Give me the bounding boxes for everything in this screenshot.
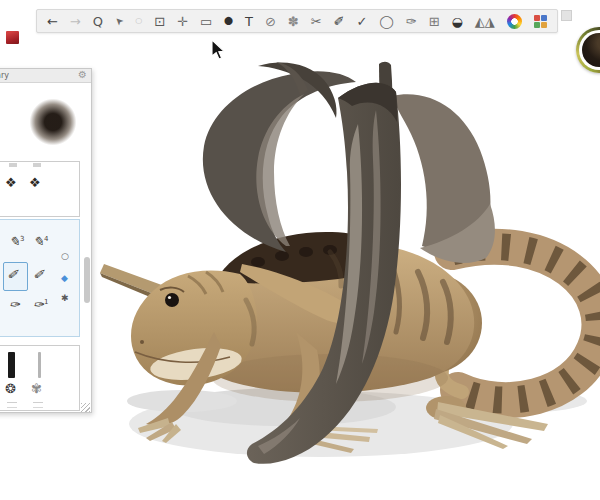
paint-brush-1[interactable]: ✑ [9, 298, 20, 311]
panel-resize-grip[interactable] [81, 403, 90, 412]
panel-header[interactable]: Library ⚙ [0, 69, 91, 83]
pencil-3-brush[interactable]: ✎3 [9, 235, 24, 248]
texture-flower-icon[interactable]: ✾ [31, 382, 42, 395]
transform-move-icon[interactable]: ✛ [177, 15, 188, 28]
dot-icon[interactable]: ○ [135, 17, 142, 25]
brush-stamp-icon[interactable]: ❖ [5, 176, 17, 189]
shapes-icon[interactable]: ⊞ [429, 15, 440, 28]
panel-title: Library [0, 71, 9, 80]
redo-icon[interactable]: → [70, 15, 81, 28]
brush-group-2-selected: ✎3 ✎4 ✐ ✐ ✑ ✑1 ○ ◆ ✱ [0, 219, 80, 337]
pattern-flower-icon[interactable]: ✽ [288, 15, 299, 28]
ellipse-icon[interactable]: ◯ [379, 15, 394, 28]
texture-gear-icon[interactable]: ❂ [5, 382, 16, 395]
brush-group-1: ❖ ❖ [0, 161, 80, 217]
mini-diamond-icon[interactable]: ◆ [61, 274, 68, 283]
marquee-rect-icon[interactable]: ▭ [200, 15, 212, 28]
pencil-4-brush[interactable]: ✎4 [33, 235, 48, 248]
faint-label-mark [7, 402, 17, 408]
crop-icon[interactable]: ⊡ [154, 15, 165, 28]
undo-icon[interactable]: ← [47, 15, 58, 28]
text-icon[interactable]: T [245, 15, 253, 28]
panel-scrollbar-thumb[interactable] [84, 257, 90, 303]
clipped-brush-icon [9, 163, 17, 167]
brush-library-panel: Library ⚙ ❖ ❖ ✎3 ✎4 ✐ ✐ ✑ ✑1 ○ ◆ ✱ [0, 68, 92, 413]
cut-icon[interactable]: ✂ [311, 15, 322, 28]
mini-gear-icon[interactable]: ✱ [61, 294, 69, 303]
app-window: ←→Q➤○⊡✛▭⬤T⊘✽✂✐✓◯✑⊞◒◭◮ Library ⚙ ❖ ❖ ✎3 ✎… [0, 0, 600, 500]
fill-lasso-icon[interactable]: ⬤ [224, 17, 233, 25]
brush-group-3: ❂ ✾ [0, 345, 80, 411]
palette-grid-icon[interactable] [534, 15, 547, 28]
airbrush-2[interactable]: ✐ [33, 268, 44, 281]
brush-icon[interactable]: ✐ [334, 15, 345, 28]
symmetry-triangles-icon[interactable]: ◭◮ [475, 15, 495, 28]
color-wheel-icon[interactable] [507, 14, 522, 29]
paint-brush-2[interactable]: ✑1 [33, 298, 48, 311]
zoom-icon[interactable]: Q [93, 15, 103, 28]
pen-icon[interactable]: ✑ [406, 15, 417, 28]
eraser-icon[interactable]: ⊘ [265, 15, 276, 28]
clipped-brush-icon [33, 163, 41, 167]
red-indicator-square[interactable] [6, 31, 19, 44]
brush-stroke-preview [30, 99, 76, 145]
brush-stamp-icon[interactable]: ❖ [29, 176, 41, 189]
main-toolbar: ←→Q➤○⊡✛▭⬤T⊘✽✂✐✓◯✑⊞◒◭◮ [36, 9, 558, 33]
toolbar-corner-tab[interactable] [561, 10, 572, 21]
thin-stroke-swatch[interactable] [38, 352, 41, 378]
select-cursor-icon[interactable]: ➤ [113, 14, 126, 27]
bucket-fill-icon[interactable]: ◒ [452, 15, 463, 28]
polyline-icon[interactable]: ✓ [356, 15, 367, 28]
mouse-cursor [211, 39, 227, 65]
mini-circle-icon[interactable]: ○ [61, 252, 69, 261]
faint-label-mark [33, 402, 43, 408]
airbrush-selected[interactable]: ✐ [7, 268, 18, 281]
solid-stroke-swatch[interactable] [8, 352, 15, 378]
panel-settings-gear-icon[interactable]: ⚙ [78, 70, 87, 80]
